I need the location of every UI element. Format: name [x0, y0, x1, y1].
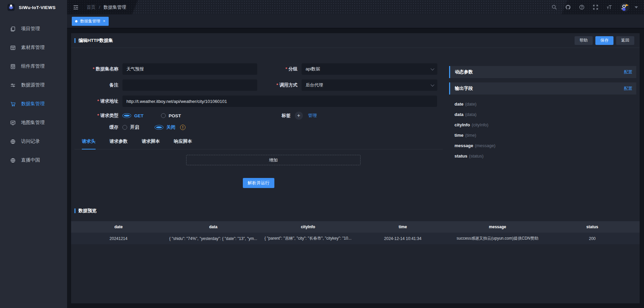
page-tabbar: 数据集管理 — [67, 14, 644, 28]
sidebar-item-datasource[interactable]: 数据源管理 — [0, 76, 67, 95]
top-header: 首页 / 数据集管理 — [67, 0, 644, 14]
request-url-input[interactable] — [122, 96, 437, 107]
data-preview-title: 数据预览 — [78, 208, 97, 214]
cell-time: 2024-12-14 10:41:34 — [356, 236, 450, 241]
cell-message: success感谢又拍云(upyun.com)提供CDN赞助 — [450, 236, 545, 241]
sidebar-item-component-library[interactable]: 组件库管理 — [0, 57, 67, 76]
remark-label: 备注 — [74, 82, 122, 88]
editor-card-header: 编辑HTTP数据集 帮助 保存 返回 — [71, 33, 640, 48]
invoke-method-value: 后台代理 — [306, 82, 323, 88]
group-select-value: api数据 — [306, 66, 320, 72]
sidebar: SiWu-IoT-VIEWS 项目管理 素材库管理 组件库管理 数据源管理 数据… — [0, 0, 67, 308]
group-label: 分组 — [257, 66, 302, 72]
component-library-icon — [10, 64, 16, 69]
cache-on-label: 开启 — [130, 124, 139, 130]
output-field-status: status(status) — [449, 151, 636, 161]
field-name: data — [454, 112, 464, 117]
radio-cache-off[interactable]: 关闭 — [155, 124, 175, 130]
github-icon[interactable] — [565, 4, 571, 10]
app-logo: SiWu-IoT-VIEWS — [0, 0, 67, 15]
remark-input[interactable] — [122, 79, 257, 91]
form-row-cache: 缓存 开启 关闭 — [74, 124, 443, 130]
add-tag-button[interactable] — [295, 112, 303, 120]
group-select[interactable]: api数据 — [302, 63, 437, 75]
invoke-method-select[interactable]: 后台代理 — [302, 79, 437, 91]
radio-post[interactable]: POST — [161, 113, 181, 118]
data-preview-title-row: 数据预览 — [71, 208, 640, 214]
radio-get-label: GET — [134, 113, 144, 118]
save-button[interactable]: 保存 — [595, 36, 613, 45]
header-actions — [551, 3, 638, 12]
caret-down-icon[interactable] — [635, 6, 638, 8]
sidebar-item-material-library[interactable]: 素材库管理 — [0, 38, 67, 57]
dataset-name-input[interactable] — [122, 63, 257, 75]
close-tab-icon[interactable] — [103, 19, 105, 23]
field-name: cityInfo — [454, 122, 470, 127]
font-size-icon[interactable] — [606, 4, 612, 10]
sidebar-menu: 项目管理 素材库管理 组件库管理 数据源管理 数据集管理 地图集管理 访问记录 — [0, 15, 67, 170]
panel-accent-bar — [449, 82, 450, 95]
fullscreen-icon[interactable] — [593, 4, 598, 10]
sidebar-item-live-china[interactable]: 直播中国 — [0, 151, 67, 170]
active-tab-dot-icon — [75, 20, 77, 22]
run-row: 解析并运行 — [74, 178, 443, 188]
configure-dynamic-params-link[interactable]: 配置 — [624, 69, 632, 75]
manage-tags-link[interactable]: 管理 — [308, 113, 317, 119]
tab-request-params[interactable]: 请求参数 — [110, 138, 128, 149]
dataset-name-label: 数据集名称 — [74, 66, 122, 72]
column-header-data: data — [166, 225, 261, 229]
tab-dataset-management[interactable]: 数据集管理 — [72, 17, 109, 26]
output-fields-title: 输出字段 — [455, 85, 473, 91]
form-row-url: 请求地址 — [74, 96, 443, 107]
tab-label: 数据集管理 — [80, 18, 100, 24]
sidebar-item-access-log[interactable]: 访问记录 — [0, 132, 67, 151]
tab-request-headers[interactable]: 请求头 — [82, 138, 96, 149]
column-header-date: date — [71, 225, 166, 229]
field-name: time — [454, 133, 464, 138]
breadcrumb-home[interactable]: 首页 — [87, 4, 96, 10]
sidebar-item-label: 组件库管理 — [21, 63, 45, 69]
help-button[interactable]: 帮助 — [575, 36, 593, 45]
configure-output-fields-link[interactable]: 配置 — [624, 86, 632, 91]
help-icon[interactable] — [579, 4, 585, 10]
sidebar-item-project[interactable]: 项目管理 — [0, 19, 67, 38]
sidebar-item-label: 访问记录 — [21, 138, 40, 144]
tab-request-script[interactable]: 请求脚本 — [142, 138, 160, 149]
globe-icon — [10, 139, 16, 144]
tab-response-script[interactable]: 响应脚本 — [174, 138, 192, 149]
parse-and-run-button[interactable]: 解析并运行 — [243, 178, 274, 188]
radio-get[interactable]: GET — [122, 113, 144, 118]
column-header-time: time — [356, 225, 450, 229]
sidebar-item-label: 数据集管理 — [21, 101, 45, 107]
avatar[interactable] — [620, 3, 629, 12]
map-library-icon — [10, 120, 16, 126]
add-header-row-button[interactable]: 增加 — [186, 155, 361, 165]
field-alias: (message) — [475, 143, 495, 148]
radio-cache-on[interactable]: 开启 — [122, 124, 139, 130]
radio-selected-icon — [155, 125, 163, 130]
sidebar-item-map-library[interactable]: 地图集管理 — [0, 113, 67, 132]
request-type-label: 请求类型 — [74, 113, 122, 119]
request-type-radios: GET POST — [122, 113, 181, 118]
cell-data: { "shidu": "74%", "yesterday": { "date":… — [166, 236, 261, 241]
cache-off-label: 关闭 — [166, 124, 175, 130]
field-alias: (data) — [465, 112, 477, 117]
form-row-method-tags: 请求类型 GET POST 标签 管理 — [74, 112, 443, 120]
app-title: SiWu-IoT-VIEWS — [19, 5, 56, 10]
back-button[interactable]: 返回 — [616, 36, 634, 45]
column-header-message: message — [450, 225, 545, 229]
sidebar-item-dataset[interactable]: 数据集管理 — [0, 95, 67, 113]
collapse-sidebar-icon[interactable] — [72, 4, 79, 11]
section-accent-bar — [74, 38, 75, 43]
form-row-remark-invoke: 备注 调用方式 后台代理 — [74, 79, 443, 91]
project-icon — [10, 26, 16, 32]
tags-area: 标签 管理 — [282, 112, 317, 120]
output-field-cityinfo: cityInfo(cityInfo) — [449, 120, 636, 130]
section-accent-bar — [74, 208, 75, 213]
output-field-date: date(date) — [449, 99, 636, 109]
breadcrumb: 首页 / 数据集管理 — [87, 4, 126, 10]
search-icon[interactable] — [551, 4, 557, 10]
output-field-time: time(time) — [449, 130, 636, 140]
sidebar-item-label: 数据源管理 — [21, 82, 45, 88]
chevron-down-icon — [431, 67, 434, 70]
